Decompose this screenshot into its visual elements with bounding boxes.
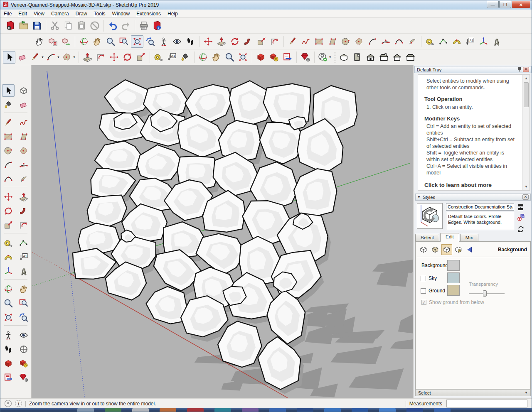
tab-edit[interactable]: Edit bbox=[440, 233, 459, 242]
panel-collapse-arrow-icon[interactable]: ▼ bbox=[525, 391, 528, 395]
scale-button[interactable] bbox=[135, 51, 147, 64]
menu-view[interactable]: View bbox=[30, 10, 48, 17]
select-button[interactable] bbox=[2, 84, 15, 97]
make-component-button[interactable] bbox=[17, 84, 30, 97]
zoom-button[interactable] bbox=[2, 297, 15, 309]
back-button[interactable] bbox=[391, 51, 404, 64]
select-button[interactable] bbox=[3, 51, 15, 64]
iso-button[interactable] bbox=[338, 51, 350, 64]
dimension-button[interactable] bbox=[437, 35, 450, 48]
pie-button[interactable] bbox=[17, 173, 30, 185]
sky-swatch[interactable] bbox=[447, 272, 460, 283]
circle-button[interactable] bbox=[340, 35, 352, 48]
paint-button[interactable] bbox=[2, 98, 15, 111]
taskbar-item-10[interactable] bbox=[324, 408, 341, 412]
right-button[interactable] bbox=[378, 51, 390, 64]
dimension-button[interactable] bbox=[17, 237, 30, 249]
restore-button[interactable]: ❐ bbox=[499, 1, 511, 8]
eraser-button[interactable] bbox=[16, 51, 29, 64]
circle-button[interactable] bbox=[2, 145, 15, 157]
walk-button[interactable] bbox=[2, 343, 15, 356]
secondary-pane-icon[interactable] bbox=[517, 203, 525, 211]
erase-button[interactable] bbox=[89, 20, 101, 32]
taskbar-item-5[interactable] bbox=[187, 408, 204, 412]
rotated-rectangle-button[interactable] bbox=[326, 35, 339, 48]
zoom-button[interactable] bbox=[224, 51, 236, 64]
scale-button[interactable] bbox=[255, 35, 268, 48]
modeling-settings-button[interactable] bbox=[465, 244, 475, 255]
rotated-rectangle-button[interactable] bbox=[17, 130, 30, 143]
arc-button[interactable] bbox=[2, 159, 15, 171]
send-to-layout-button[interactable] bbox=[2, 371, 15, 384]
menu-extensions[interactable]: Extensions bbox=[133, 10, 164, 17]
pan-button[interactable] bbox=[17, 283, 30, 295]
3d-warehouse-button[interactable] bbox=[2, 357, 15, 370]
offset-button[interactable] bbox=[268, 35, 281, 48]
walk-button[interactable] bbox=[184, 35, 197, 48]
taskbar-item-3[interactable] bbox=[132, 408, 149, 412]
toolbar-drag-handle[interactable] bbox=[334, 52, 336, 63]
send-to-layout-button[interactable] bbox=[281, 51, 294, 64]
line-button[interactable]: ▼ bbox=[30, 51, 44, 64]
menu-edit[interactable]: Edit bbox=[15, 10, 30, 17]
rectangle-button[interactable] bbox=[2, 130, 15, 143]
update-style-icon[interactable] bbox=[517, 225, 525, 233]
component-attributes-button[interactable] bbox=[60, 35, 72, 48]
viewport-3d[interactable] bbox=[32, 65, 413, 398]
edge-settings-button[interactable] bbox=[418, 244, 429, 255]
copy-button[interactable] bbox=[62, 20, 74, 32]
line-button[interactable] bbox=[2, 116, 15, 129]
orbit-button[interactable] bbox=[2, 283, 15, 295]
text-button[interactable]: A1 bbox=[166, 51, 178, 64]
text-button[interactable]: A1 bbox=[464, 35, 476, 48]
scroll-thumb[interactable] bbox=[524, 82, 529, 107]
3d-text-button[interactable] bbox=[490, 35, 503, 48]
taskbar-item-6[interactable] bbox=[214, 408, 231, 412]
rectangle-button[interactable] bbox=[313, 35, 325, 48]
extension-warehouse-button[interactable] bbox=[268, 51, 281, 64]
zoom-previous-button[interactable] bbox=[144, 35, 157, 48]
follow-me-button[interactable] bbox=[242, 35, 254, 48]
collapsed-panel-select[interactable]: Select ▼ bbox=[415, 389, 531, 396]
open-button[interactable] bbox=[17, 20, 30, 32]
arc-button[interactable]: ▼ bbox=[45, 51, 60, 64]
model-info-button[interactable]: i bbox=[151, 20, 163, 32]
instructor-scrollbar[interactable]: ▲ ▼ bbox=[522, 75, 530, 190]
eraser-button[interactable] bbox=[17, 98, 30, 111]
menu-window[interactable]: Window bbox=[109, 10, 133, 17]
create-style-icon[interactable] bbox=[517, 213, 525, 222]
move-button[interactable] bbox=[2, 191, 15, 203]
taskbar-item-14[interactable] bbox=[434, 408, 451, 412]
look-around-button[interactable] bbox=[17, 329, 30, 341]
print-button[interactable] bbox=[138, 20, 150, 32]
style-preview-thumbnail[interactable] bbox=[417, 203, 443, 229]
watermark-settings-button[interactable] bbox=[453, 244, 464, 255]
tape-measure-button[interactable] bbox=[153, 51, 165, 64]
rotate-button[interactable] bbox=[2, 205, 15, 217]
taskbar-item-12[interactable] bbox=[379, 408, 396, 412]
menu-help[interactable]: Help bbox=[164, 10, 181, 17]
zoom-window-button[interactable] bbox=[17, 297, 30, 309]
info-icon[interactable]: i bbox=[15, 400, 22, 407]
menu-file[interactable]: File bbox=[0, 10, 15, 17]
taskbar-item-1[interactable] bbox=[77, 408, 94, 412]
component-options-button[interactable] bbox=[47, 35, 59, 48]
orbit-button[interactable] bbox=[197, 51, 209, 64]
show-ground-checkbox[interactable]: ✓ bbox=[421, 300, 426, 305]
three-point-arc-button[interactable] bbox=[393, 35, 405, 48]
geolocation-icon[interactable] bbox=[5, 400, 12, 407]
tab-mix[interactable]: Mix bbox=[460, 234, 478, 242]
zoom-extents-button[interactable] bbox=[237, 51, 249, 64]
two-point-arc-button[interactable] bbox=[17, 159, 30, 171]
offset-button[interactable] bbox=[95, 51, 107, 64]
move-button[interactable] bbox=[108, 51, 121, 64]
shapes-button[interactable]: ▼ bbox=[61, 51, 76, 64]
pie-button[interactable] bbox=[406, 35, 419, 48]
menu-camera[interactable]: Camera bbox=[48, 10, 72, 17]
rotate-button[interactable] bbox=[229, 35, 241, 48]
taskbar-item-7[interactable] bbox=[242, 408, 259, 412]
offset-button[interactable] bbox=[17, 219, 30, 231]
push-pull-button[interactable] bbox=[215, 35, 228, 48]
tab-select[interactable]: Select bbox=[415, 234, 439, 242]
polygon-button[interactable] bbox=[17, 145, 30, 157]
